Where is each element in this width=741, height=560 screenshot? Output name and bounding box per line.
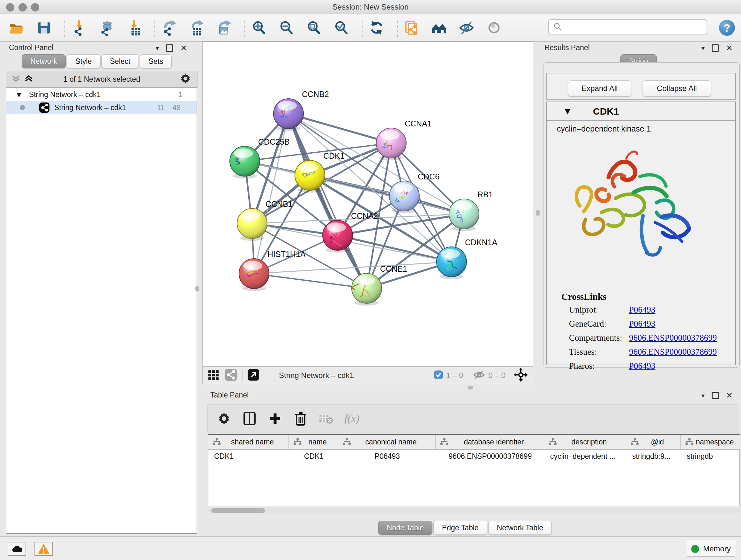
panel-menu-icon[interactable]: ▾ — [701, 392, 704, 399]
collapse-all-button[interactable]: Collapse All — [643, 80, 711, 97]
edge-CCNE1-HIST1H1A[interactable] — [254, 273, 367, 288]
zoom-in-icon[interactable] — [251, 19, 267, 36]
expand-all-button[interactable]: Expand All — [568, 80, 631, 97]
edge-CCNB2-CCNE1[interactable] — [288, 114, 367, 288]
node-CCNA1[interactable]: CCNA1 — [376, 119, 432, 160]
node-CDKN1A[interactable]: CDKN1A — [436, 238, 497, 279]
annotation-share-icon[interactable] — [403, 19, 420, 36]
export-table-icon[interactable] — [188, 19, 205, 36]
column-header-description[interactable]: description — [544, 435, 626, 449]
crosslink-label: GeneCard: — [569, 319, 606, 328]
crosslink-link[interactable]: P06493 — [629, 319, 656, 329]
panel-menu-icon[interactable]: ▾ — [156, 44, 159, 52]
column-header-database-identifier[interactable]: database identifier — [435, 435, 544, 449]
control-panel-title: Control Panel — [9, 44, 53, 52]
panel-close-icon[interactable]: ✕ — [726, 391, 733, 400]
network-label: String Network – cdk1 — [54, 104, 126, 112]
column-header-namespace[interactable]: namespace — [681, 435, 740, 449]
gene-card-header[interactable]: ▼ CDK1 — [547, 102, 735, 121]
hidden-eye-icon[interactable] — [473, 370, 485, 381]
node-HIST1H1A[interactable]: HIST1H1A — [239, 250, 306, 291]
table-horizontal-scrollbar[interactable] — [208, 508, 740, 513]
trash-icon[interactable] — [293, 411, 308, 426]
panel-float-icon[interactable] — [166, 44, 173, 52]
cloud-status-button[interactable] — [8, 542, 26, 556]
tab-network-table[interactable]: Network Table — [488, 521, 552, 535]
zoom-out-icon[interactable] — [278, 19, 295, 36]
left-splitter-handle[interactable] — [195, 286, 199, 292]
crosslink-row: Compartments:9606.ENSP00000378699 — [569, 333, 735, 343]
panel-float-icon[interactable] — [712, 392, 719, 399]
tab-edge-table[interactable]: Edge Table — [433, 521, 487, 535]
disclosure-triangle-icon[interactable]: ▼ — [17, 91, 21, 98]
network-options-gear-icon[interactable] — [180, 73, 191, 85]
crosslink-link[interactable]: P06493 — [629, 361, 656, 371]
warning-status-button[interactable] — [35, 542, 53, 556]
zoom-selected-icon[interactable] — [333, 19, 350, 36]
panel-close-icon[interactable]: ✕ — [180, 44, 187, 53]
tab-node-table[interactable]: Node Table — [378, 521, 432, 535]
network-title: String Network – cdk1 — [279, 371, 354, 380]
table-row[interactable]: CDK1CDK1P064939606.ENSP00000378699cyclin… — [208, 449, 739, 463]
cell-shared-name: CDK1 — [208, 452, 289, 461]
column-header-name[interactable]: name — [289, 435, 338, 449]
plus-icon[interactable] — [268, 411, 282, 426]
eye-hide-icon[interactable] — [458, 19, 475, 36]
column-header-@id[interactable]: @id — [626, 435, 681, 449]
zoom-fit-icon[interactable] — [306, 19, 322, 36]
node-CDC6[interactable]: CDC6 — [389, 172, 440, 213]
memory-button[interactable]: Memory — [687, 541, 735, 557]
edge-CCNB2-CCNA1[interactable] — [288, 114, 391, 143]
node-CDK1[interactable]: CDK1 — [295, 151, 345, 192]
columns-icon[interactable] — [242, 411, 257, 426]
tab-select[interactable]: Select — [102, 54, 139, 68]
crosslink-row: Pharos:P06493 — [569, 361, 735, 371]
open-folder-icon[interactable] — [8, 19, 25, 36]
crosslink-link[interactable]: 9606.ENSP00000378699 — [629, 333, 717, 343]
tab-network[interactable]: Network — [22, 54, 66, 68]
import-table-icon[interactable] — [126, 19, 142, 36]
tab-style[interactable]: Style — [67, 54, 100, 68]
search-input[interactable] — [565, 23, 706, 32]
network-share-icon[interactable] — [224, 368, 238, 383]
scrollbar-thumb[interactable] — [211, 508, 265, 513]
crosslink-label: Compartments: — [569, 333, 622, 343]
node-CCNE1[interactable]: CCNE1 — [352, 264, 407, 306]
right-splitter-handle[interactable] — [536, 210, 540, 216]
edge-CCNA2-CDKN1A[interactable] — [338, 235, 452, 262]
selected-checkbox-icon[interactable] — [434, 370, 443, 381]
toolbar-separator — [397, 19, 398, 37]
help-button[interactable]: ? — [719, 20, 735, 36]
birdseye-grid-icon[interactable] — [207, 368, 220, 382]
node-RB1[interactable]: RB1 — [449, 190, 493, 231]
crosslink-link[interactable]: P06493 — [629, 305, 656, 315]
fit-move-crosshair-icon[interactable] — [514, 368, 528, 383]
collapse-triangle-icon[interactable]: ▼ — [565, 107, 570, 115]
import-database-icon[interactable] — [98, 19, 115, 36]
crosslink-link[interactable]: 9606.ENSP00000378699 — [629, 347, 717, 357]
bottom-splitter-handle[interactable] — [468, 386, 473, 389]
divider — [468, 370, 468, 381]
panel-menu-icon[interactable]: ▾ — [701, 44, 704, 52]
panel-close-icon[interactable]: ✕ — [726, 44, 733, 53]
search-box[interactable] — [548, 19, 707, 35]
export-image-icon[interactable] — [216, 19, 232, 36]
tree-row-child[interactable]: String Network – cdk11148 — [6, 101, 197, 114]
tree-row-parent[interactable]: ▼String Network – cdk11 — [6, 88, 197, 101]
network-view[interactable]: CCNB2CCNA1CDC25BCDK1CDC6RB1CCNB1CCNA2CDK… — [202, 42, 533, 367]
gear-icon[interactable] — [217, 411, 231, 426]
orb-icon[interactable] — [486, 19, 502, 36]
network-collection-label: String Network – cdk1 — [29, 90, 101, 99]
memory-status-dot — [691, 545, 699, 553]
column-header-shared-name[interactable]: shared name — [208, 435, 289, 449]
home-icon[interactable] — [431, 19, 448, 36]
save-icon[interactable] — [36, 19, 52, 36]
refresh-icon[interactable] — [368, 19, 385, 36]
cell-canonical-name: P06493 — [339, 452, 436, 461]
column-header-canonical-name[interactable]: canonical name — [338, 435, 435, 449]
tab-sets[interactable]: Sets — [140, 54, 172, 68]
export-network-icon[interactable] — [161, 19, 178, 36]
open-in-new-window-icon[interactable] — [247, 368, 260, 382]
panel-float-icon[interactable] — [712, 44, 719, 52]
import-network-icon[interactable] — [71, 19, 87, 36]
